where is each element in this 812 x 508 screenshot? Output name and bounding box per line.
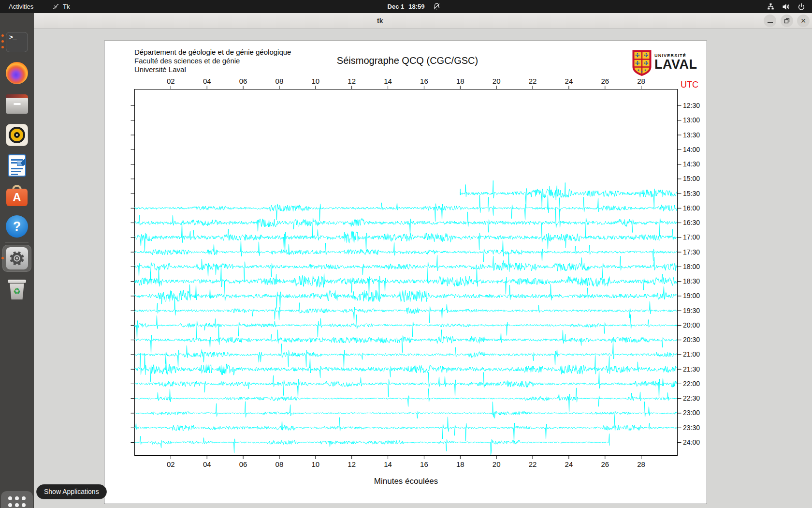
x-tick-label-top: 16 xyxy=(420,77,428,85)
utc-tick-label: 16:00 xyxy=(683,204,700,212)
seismic-trace-20:30 xyxy=(135,326,677,353)
dock-item-firefox[interactable] xyxy=(6,62,28,84)
utc-tick-label: 15:30 xyxy=(683,190,700,197)
dock-item-terminal[interactable]: >_ xyxy=(6,31,28,53)
utc-tick-label: 13:00 xyxy=(683,116,700,124)
x-tick-label-bottom: 24 xyxy=(565,460,573,468)
utc-tick-label: 13:30 xyxy=(683,131,700,139)
dock-item-files[interactable] xyxy=(6,93,28,115)
trash-icon: ♻ xyxy=(6,278,28,300)
tk-app-icon xyxy=(52,3,59,10)
running-indicator xyxy=(1,46,4,48)
x-tick-label-top: 12 xyxy=(348,77,356,85)
header-line-2: Faculté des sciences et de génie xyxy=(134,57,291,65)
software-icon: A xyxy=(6,184,28,207)
x-tick-label-bottom: 14 xyxy=(384,460,392,468)
x-tick-label-bottom: 04 xyxy=(203,460,211,468)
utc-tick-label: 20:00 xyxy=(683,321,700,329)
rhythmbox-icon xyxy=(6,124,28,146)
x-tick-label-top: 06 xyxy=(239,77,247,85)
utc-tick-label: 20:30 xyxy=(683,336,700,344)
seismic-trace-24:00 xyxy=(135,434,610,455)
x-tick-label-top: 28 xyxy=(637,77,645,85)
utc-tick-label: 14:00 xyxy=(683,146,700,153)
x-tick-label-top: 26 xyxy=(601,77,609,85)
top-bar: Activities Tk Dec 1 18:59 xyxy=(0,0,812,13)
utc-tick-label: 15:00 xyxy=(683,175,700,182)
seismic-trace-15:30 xyxy=(460,180,677,208)
x-tick-label-bottom: 16 xyxy=(420,460,428,468)
desktop: Activities Tk Dec 1 18:59 xyxy=(0,0,812,508)
utc-tick-label: 19:30 xyxy=(683,307,700,314)
notifications-muted-icon xyxy=(433,2,441,11)
show-applications-button[interactable] xyxy=(6,494,28,508)
x-tick-label-bottom: 02 xyxy=(167,460,175,468)
x-tick-label-bottom: 06 xyxy=(239,460,247,468)
firefox-icon xyxy=(6,62,28,84)
dock-item-writer[interactable] xyxy=(6,154,28,177)
utc-tick-label: 22:00 xyxy=(683,380,700,388)
utc-tick-label: 17:30 xyxy=(683,248,700,256)
x-tick-label-bottom: 10 xyxy=(311,460,319,468)
maximize-button[interactable] xyxy=(781,15,793,27)
window-titlebar[interactable]: tk ✕ xyxy=(34,13,812,29)
gear-icon xyxy=(6,247,28,269)
window-body: Département de géologie et de génie géol… xyxy=(34,29,812,508)
power-icon xyxy=(798,3,805,11)
dock-item-trash[interactable]: ♻ xyxy=(6,278,28,300)
seismic-trace-23:00 xyxy=(135,402,677,420)
seismic-trace-16:00 xyxy=(135,195,677,221)
help-icon: ? xyxy=(6,215,28,238)
show-apps-grid-icon xyxy=(6,494,28,508)
clock-menu[interactable]: Dec 1 18:59 xyxy=(388,0,425,13)
running-indicator xyxy=(1,34,4,37)
activities-button[interactable]: Activities xyxy=(9,0,33,13)
seismic-trace-17:30 xyxy=(135,240,677,262)
utc-tick-label: 17:00 xyxy=(683,233,700,241)
close-button[interactable]: ✕ xyxy=(797,15,810,27)
x-tick-label-bottom: 18 xyxy=(456,460,464,468)
utc-tick-label: 18:30 xyxy=(683,277,700,285)
x-tick-label-bottom: 28 xyxy=(637,460,645,468)
volume-icon xyxy=(782,3,790,11)
minimize-button[interactable] xyxy=(764,15,776,27)
seismic-trace-21:30 xyxy=(135,353,677,382)
seismic-trace-22:00 xyxy=(135,371,677,398)
header-line-1: Département de géologie et de génie géol… xyxy=(134,48,291,57)
utc-tick-label: 22:30 xyxy=(683,394,700,402)
x-tick-label-top: 10 xyxy=(311,77,319,85)
seismic-trace-19:00 xyxy=(135,281,677,309)
utc-tick-label: 21:30 xyxy=(683,365,700,373)
utc-tick-label: 16:30 xyxy=(683,219,700,226)
x-tick-label-bottom: 08 xyxy=(276,460,284,468)
seismic-trace-23:30 xyxy=(135,417,677,442)
focused-app-menu[interactable]: Tk xyxy=(52,0,70,13)
running-indicator xyxy=(1,257,4,259)
x-tick-label-bottom: 22 xyxy=(529,460,537,468)
x-tick-label-top: 02 xyxy=(167,77,175,85)
universite-laval-logo: UNIVERSITÉ LAVAL xyxy=(632,50,697,76)
utc-tick-label: 19:00 xyxy=(683,292,700,299)
system-status-area[interactable] xyxy=(767,0,805,13)
x-tick-label-top: 18 xyxy=(456,77,464,85)
focused-app-label: Tk xyxy=(63,3,70,10)
x-tick-label-top: 04 xyxy=(203,77,211,85)
x-axis-label: Minutes écoulées xyxy=(374,477,438,486)
window-title: tk xyxy=(377,13,383,29)
x-tick-label-top: 14 xyxy=(384,77,392,85)
dock: >_ A xyxy=(0,13,34,508)
dock-item-help[interactable]: ? xyxy=(6,215,28,238)
utc-axis-label: UTC xyxy=(681,80,698,90)
seismic-trace-18:00 xyxy=(135,253,677,282)
utc-tick-label: 24:00 xyxy=(683,438,700,446)
dock-item-rhythmbox[interactable] xyxy=(6,124,28,146)
x-tick-label-top: 08 xyxy=(276,77,284,85)
x-tick-label-top: 24 xyxy=(565,77,573,85)
dock-item-software[interactable]: A xyxy=(6,184,28,207)
running-indicator xyxy=(1,40,4,43)
files-icon xyxy=(6,94,28,114)
terminal-icon: >_ xyxy=(6,32,28,52)
dock-item-settings[interactable] xyxy=(6,247,28,269)
x-tick-label-top: 22 xyxy=(529,77,537,85)
seismic-trace-16:30 xyxy=(135,209,677,238)
